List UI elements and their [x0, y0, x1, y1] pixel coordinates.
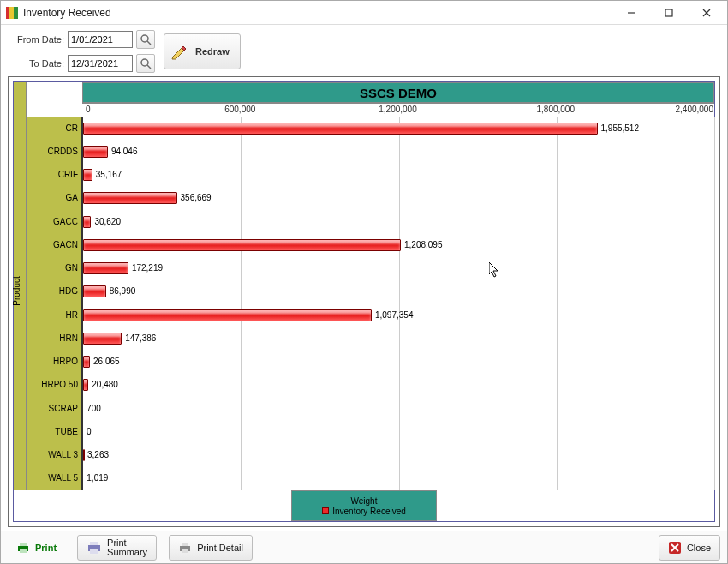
bar-value-label: 172,219	[132, 263, 163, 273]
category-label: GN	[27, 263, 78, 273]
title-bar: Inventory Received	[1, 1, 727, 25]
window-title: Inventory Received	[23, 7, 612, 19]
bar-value-label: 86,990	[110, 286, 136, 296]
redraw-label: Redraw	[195, 46, 230, 57]
category-label: SCRAP	[27, 404, 78, 413]
bar-value-label: 356,669	[181, 193, 212, 202]
bar	[83, 216, 91, 228]
app-icon	[6, 7, 18, 19]
x-tick-label: 1,200,000	[379, 105, 417, 114]
bar	[83, 169, 92, 181]
bar	[83, 146, 108, 158]
category-label: TUBE	[27, 427, 78, 436]
magnifier-icon	[140, 33, 152, 45]
svg-rect-12	[20, 543, 27, 546]
category-label: WALL 3	[27, 450, 78, 459]
bar	[83, 285, 106, 297]
bar	[83, 333, 122, 345]
bar-value-label: 26,065	[93, 357, 120, 366]
bar	[83, 356, 90, 368]
bar-value-label: 0	[87, 427, 92, 436]
svg-rect-16	[90, 549, 98, 554]
y-axis-label: Product	[12, 276, 21, 305]
bar-value-label: 1,019	[87, 473, 108, 483]
minimize-button[interactable]	[612, 1, 650, 24]
svg-point-7	[141, 35, 148, 42]
to-date-input[interactable]	[68, 55, 133, 72]
bar-value-label: 147,386	[125, 333, 156, 343]
bar	[83, 379, 88, 391]
bar-value-label: 94,046	[111, 147, 138, 156]
category-label: GACC	[27, 217, 78, 226]
category-label: GA	[27, 193, 78, 202]
legend: Weight Inventory Received	[291, 490, 437, 521]
close-window-button[interactable]	[688, 1, 725, 24]
category-label: HRN	[27, 333, 78, 343]
category-label: HDG	[27, 286, 78, 296]
svg-rect-2	[14, 7, 18, 19]
plot-area: 1,955,51294,04635,167356,66930,6201,208,…	[82, 117, 714, 490]
to-date-picker-button[interactable]	[136, 54, 155, 73]
svg-rect-1	[9, 7, 14, 19]
close-icon	[668, 541, 682, 555]
category-label: HRPO 50	[27, 380, 78, 389]
svg-rect-19	[182, 549, 188, 553]
chart-inner: Product SSCS DEMO 0600,0001,200,0001,800…	[13, 81, 715, 522]
bar	[83, 123, 598, 135]
bar-value-label: 1,208,095	[404, 240, 443, 249]
svg-rect-18	[182, 543, 188, 546]
x-tick-label: 600,000	[224, 105, 255, 114]
legend-swatch	[322, 507, 329, 514]
category-label: GACN	[27, 240, 78, 249]
from-date-picker-button[interactable]	[136, 30, 155, 49]
print-button[interactable]: Print	[8, 535, 65, 561]
x-tick-label: 1,800,000	[537, 105, 576, 114]
chart-panel: Product SSCS DEMO 0600,0001,200,0001,800…	[8, 76, 720, 527]
print-detail-button[interactable]: Print Detail	[169, 535, 253, 561]
svg-rect-0	[6, 7, 9, 19]
bar	[83, 309, 372, 321]
magnifier-icon	[140, 57, 152, 69]
gridline	[714, 117, 715, 490]
category-label: CR	[27, 123, 78, 133]
bar-value-label: 20,480	[92, 380, 118, 389]
category-label: HRPO	[27, 357, 78, 366]
svg-line-10	[147, 65, 151, 69]
bar	[83, 192, 177, 204]
y-axis-strip: Product	[14, 82, 27, 490]
svg-rect-13	[20, 549, 27, 553]
svg-line-8	[147, 41, 151, 45]
x-axis-label: Weight	[351, 496, 378, 506]
svg-rect-4	[665, 9, 672, 16]
bar-value-label: 3,263	[87, 450, 109, 459]
maximize-button[interactable]	[650, 1, 688, 24]
bar-value-label: 35,167	[96, 170, 122, 179]
bar-value-label: 30,620	[94, 217, 121, 226]
print-summary-button[interactable]: PrintSummary	[77, 535, 157, 561]
bar-value-label: 1,955,512	[601, 123, 640, 133]
redraw-button[interactable]: Redraw	[164, 33, 241, 69]
svg-point-9	[141, 59, 148, 66]
from-date-input[interactable]	[68, 31, 133, 48]
category-label: CRIF	[27, 170, 78, 179]
footer-bar: Print PrintSummary Print Detail Close	[1, 531, 727, 563]
x-tick-label: 0	[86, 105, 91, 114]
bar-value-label: 1,097,354	[375, 310, 414, 320]
toolbar: From Date: To Date: Redraw	[1, 25, 727, 76]
category-label: WALL 5	[27, 473, 78, 483]
x-tick-label: 2,400,000	[676, 105, 714, 114]
printer-icon	[178, 541, 192, 555]
category-axis: CRCRDDSCRIFGAGACCGACNGNHDGHRHRNHRPOHRPO …	[27, 117, 82, 490]
gridline	[399, 117, 400, 490]
legend-series-label: Inventory Received	[332, 507, 406, 516]
close-button[interactable]: Close	[659, 535, 720, 561]
from-date-label: From Date:	[15, 34, 64, 45]
bar-value-label: 700	[87, 404, 101, 413]
app-window: Inventory Received From Date: To Date:	[0, 0, 728, 564]
chart-title: SSCS DEMO	[82, 82, 714, 103]
bar	[83, 239, 401, 251]
bar	[83, 449, 85, 461]
svg-rect-15	[90, 542, 98, 545]
to-date-label: To Date:	[15, 58, 64, 69]
printer-icon	[16, 541, 30, 555]
